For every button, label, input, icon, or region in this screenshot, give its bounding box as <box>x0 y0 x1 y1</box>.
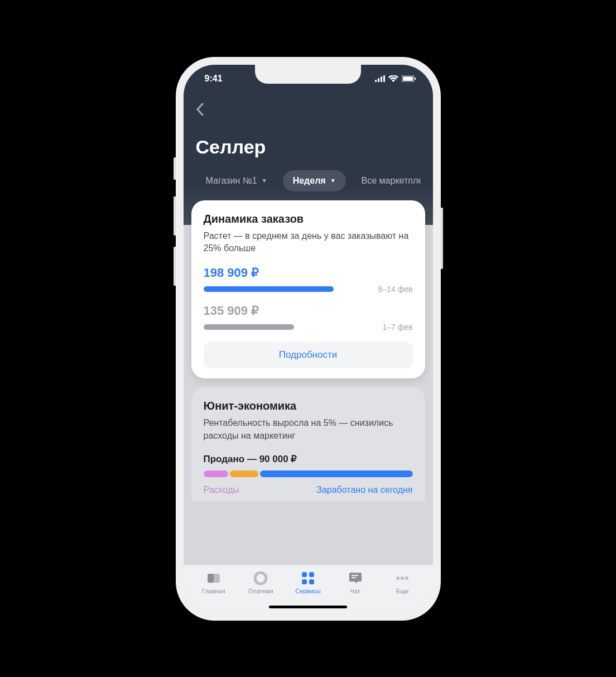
card-description: Растет — в среднем за день у вас заказыв… <box>204 230 413 255</box>
svg-point-9 <box>255 573 266 584</box>
wifi-icon <box>388 75 398 82</box>
dots-icon <box>395 571 410 585</box>
svg-rect-15 <box>352 577 356 578</box>
signal-icon <box>375 75 385 82</box>
card-orders-dynamics: Динамика заказов Растет — в среднем за д… <box>191 200 425 379</box>
svg-rect-6 <box>415 78 416 80</box>
details-button[interactable]: Подробности <box>204 342 413 368</box>
sold-value: 90 000 ₽ <box>259 454 297 464</box>
svg-rect-8 <box>208 574 214 583</box>
content: Динамика заказов Растет — в среднем за д… <box>184 200 433 565</box>
svg-rect-11 <box>309 572 314 577</box>
phone-side-button <box>174 157 176 180</box>
home-indicator[interactable] <box>269 606 347 608</box>
metric-value-previous: 135 909 ₽ <box>204 304 413 318</box>
segment-blue <box>260 470 412 477</box>
svg-point-17 <box>401 577 404 580</box>
card-description: Рентабельность выросла на 5% — снизились… <box>204 417 413 442</box>
circle-icon <box>253 571 268 585</box>
tab-label: Главная <box>202 588 225 594</box>
tab-more[interactable]: Еще <box>379 571 426 594</box>
sold-label: Продано — 90 000 ₽ <box>204 453 413 465</box>
status-time: 9:41 <box>205 74 223 84</box>
chip-label: Все маркетплей <box>362 176 421 186</box>
legend-earned: Заработано на сегодня <box>316 485 412 495</box>
svg-rect-10 <box>302 572 307 577</box>
phone-side-button <box>174 247 176 286</box>
svg-rect-2 <box>381 76 382 82</box>
segment-orange <box>230 470 259 477</box>
bar-period-current: 8–14 фев <box>378 285 413 294</box>
bar-track <box>204 286 370 292</box>
back-row <box>196 98 421 121</box>
svg-rect-3 <box>383 75 385 82</box>
svg-rect-0 <box>375 80 377 82</box>
metric-value-current: 198 909 ₽ <box>204 266 413 280</box>
chevron-down-icon: ▼ <box>330 177 336 184</box>
sold-label-text: Продано — <box>204 454 257 464</box>
svg-rect-12 <box>302 579 307 584</box>
svg-point-18 <box>405 577 408 580</box>
grid-icon <box>301 571 315 585</box>
chip-label: Магазин №1 <box>206 176 257 186</box>
bar-fill-previous <box>204 324 295 330</box>
svg-rect-5 <box>403 76 413 81</box>
tab-label: Чат <box>350 588 360 594</box>
bar-row-current: 8–14 фев <box>204 285 413 294</box>
bar-period-previous: 1–7 фев <box>383 323 413 332</box>
screen: 9:41 Селлер Магазин №1 ▼ Неделя ▼ <box>184 65 433 613</box>
bar-fill-current <box>204 286 334 292</box>
page-title: Селлер <box>196 136 421 158</box>
tab-chat[interactable]: Чат <box>331 571 379 594</box>
chevron-down-icon: ▼ <box>262 177 267 184</box>
bar-row-previous: 1–7 фев <box>204 323 413 332</box>
home-icon <box>206 571 221 585</box>
segment-pink <box>204 470 228 477</box>
tab-services[interactable]: Сервисы <box>285 571 332 594</box>
svg-point-16 <box>396 577 400 580</box>
card-title: Динамика заказов <box>204 213 413 225</box>
svg-rect-1 <box>378 78 379 82</box>
phone-side-button <box>441 208 443 269</box>
chip-period[interactable]: Неделя ▼ <box>283 170 346 191</box>
tab-label: Платежи <box>248 588 273 594</box>
chat-icon <box>348 571 363 585</box>
phone-frame: 9:41 Селлер Магазин №1 ▼ Неделя ▼ <box>176 57 441 621</box>
battery-icon <box>402 75 416 82</box>
legend-expenses: Расходы <box>204 485 239 495</box>
svg-rect-13 <box>309 579 314 584</box>
card-title: Юнит-экономика <box>204 400 413 412</box>
back-icon[interactable] <box>196 103 204 116</box>
svg-rect-14 <box>352 575 358 576</box>
phone-notch <box>255 65 361 84</box>
tab-home[interactable]: Главная <box>190 571 238 594</box>
stacked-bar <box>204 470 413 477</box>
tab-payments[interactable]: Платежи <box>237 571 285 594</box>
legend-row: Расходы Заработано на сегодня <box>204 485 413 495</box>
chip-shop[interactable]: Магазин №1 ▼ <box>196 170 277 191</box>
filter-chips: Магазин №1 ▼ Неделя ▼ Все маркетплей <box>196 170 421 191</box>
tab-label: Сервисы <box>295 588 321 594</box>
status-icons <box>375 75 416 82</box>
metric-current: 198 909 ₽ 8–14 фев <box>204 266 413 294</box>
tab-label: Еще <box>396 588 408 594</box>
phone-side-button <box>174 196 176 236</box>
bar-track <box>204 324 375 330</box>
card-unit-economics: Юнит-экономика Рентабельность выросла на… <box>191 387 425 501</box>
metric-previous: 135 909 ₽ 1–7 фев <box>204 304 413 332</box>
chip-label: Неделя <box>293 176 326 186</box>
chip-marketplaces[interactable]: Все маркетплей <box>352 170 421 191</box>
